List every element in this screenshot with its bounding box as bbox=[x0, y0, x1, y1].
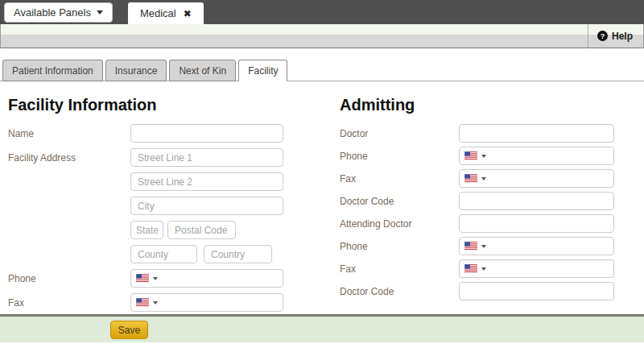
phone-label: Phone bbox=[340, 151, 459, 162]
main-content: Patient Information Insurance Next of Ki… bbox=[0, 48, 644, 314]
tab-patient-information[interactable]: Patient Information bbox=[2, 60, 103, 81]
tab-label: Next of Kin bbox=[179, 65, 226, 77]
panel-tab-medical[interactable]: Medical ✖ bbox=[128, 2, 204, 24]
form-row-attending-phone: Phone bbox=[340, 237, 617, 255]
panel-tab-label: Medical bbox=[140, 7, 176, 19]
tab-facility[interactable]: Facility bbox=[238, 60, 287, 81]
us-flag-icon bbox=[136, 274, 149, 283]
attending-phone-input[interactable] bbox=[459, 237, 614, 255]
admitting-section: Admitting Doctor Phone bbox=[340, 95, 617, 314]
form-row-admitting-phone: Phone bbox=[340, 147, 617, 165]
attending-fax-input[interactable] bbox=[459, 259, 614, 278]
doctor-label: Doctor bbox=[340, 128, 459, 139]
facility-name-input[interactable] bbox=[130, 124, 283, 143]
us-flag-icon bbox=[136, 298, 149, 307]
tab-label: Insurance bbox=[115, 65, 158, 77]
street-line-1-input[interactable] bbox=[130, 148, 283, 167]
admitting-fax-input[interactable] bbox=[459, 169, 614, 188]
country-selector[interactable] bbox=[464, 151, 486, 160]
country-selector[interactable] bbox=[464, 174, 486, 183]
form-row-attending-doctor-code: Doctor Code bbox=[340, 282, 617, 300]
street-line-2-input[interactable] bbox=[130, 172, 283, 191]
attending-doctor-label: Attending Doctor bbox=[340, 218, 459, 230]
country-selector[interactable] bbox=[136, 274, 158, 283]
city-input[interactable] bbox=[130, 197, 283, 215]
tab-insurance[interactable]: Insurance bbox=[105, 60, 167, 81]
top-bar: Available Panels Medical ✖ bbox=[0, 0, 644, 24]
facility-information-title: Facility Information bbox=[8, 95, 283, 114]
toolbar: ? Help bbox=[0, 24, 644, 48]
phone-label: Phone bbox=[8, 273, 130, 284]
form-row-street1: Facility Address bbox=[8, 148, 283, 167]
facility-fax-input[interactable] bbox=[130, 293, 283, 312]
facility-information-section: Facility Information Name Facility Addre… bbox=[8, 95, 283, 314]
facility-address-label: Facility Address bbox=[8, 152, 130, 164]
tab-label: Facility bbox=[248, 65, 278, 77]
available-panels-button[interactable]: Available Panels bbox=[4, 2, 113, 23]
help-button[interactable]: ? Help bbox=[588, 24, 643, 48]
chevron-down-icon bbox=[153, 277, 158, 280]
chevron-down-icon bbox=[481, 177, 486, 180]
doctor-code-input[interactable] bbox=[459, 192, 614, 210]
form-row-fax: Fax bbox=[8, 293, 283, 312]
form-row-street2 bbox=[8, 172, 283, 191]
bottom-strip bbox=[0, 342, 644, 348]
tab-next-of-kin[interactable]: Next of Kin bbox=[169, 60, 236, 81]
form-row-doctor: Doctor bbox=[340, 124, 617, 143]
chevron-down-icon bbox=[481, 245, 486, 248]
footer-bar: Save bbox=[0, 314, 644, 342]
phone-label: Phone bbox=[340, 241, 459, 252]
us-flag-icon bbox=[464, 264, 477, 273]
help-label: Help bbox=[612, 31, 633, 42]
country-selector[interactable] bbox=[136, 298, 158, 307]
us-flag-icon bbox=[464, 151, 477, 160]
us-flag-icon bbox=[464, 174, 477, 183]
doctor-input[interactable] bbox=[459, 124, 614, 143]
save-button[interactable]: Save bbox=[110, 321, 148, 339]
close-icon[interactable]: ✖ bbox=[184, 8, 192, 19]
chevron-down-icon bbox=[97, 10, 103, 14]
chevron-down-icon bbox=[481, 155, 486, 158]
chevron-down-icon bbox=[481, 267, 486, 271]
form-row-name: Name bbox=[8, 124, 283, 143]
form-row-city bbox=[8, 197, 283, 215]
attending-doctor-input[interactable] bbox=[459, 214, 614, 233]
doctor-code-label: Doctor Code bbox=[340, 196, 459, 207]
country-selector[interactable] bbox=[464, 264, 486, 273]
form-row-admitting-fax: Fax bbox=[340, 169, 617, 188]
country-selector[interactable] bbox=[464, 242, 486, 251]
us-flag-icon bbox=[464, 242, 477, 251]
form-row-county-country bbox=[8, 245, 283, 263]
postal-code-input[interactable] bbox=[167, 221, 236, 239]
help-icon: ? bbox=[597, 31, 608, 41]
available-panels-label: Available Panels bbox=[14, 6, 91, 19]
fax-label: Fax bbox=[340, 173, 459, 184]
form-row-doctor-code: Doctor Code bbox=[340, 192, 617, 210]
form-row-phone: Phone bbox=[8, 269, 283, 288]
tab-label: Patient Information bbox=[12, 65, 93, 77]
county-input[interactable] bbox=[130, 245, 197, 263]
fax-label: Fax bbox=[340, 263, 459, 275]
admitting-title: Admitting bbox=[340, 95, 617, 114]
state-input[interactable] bbox=[130, 221, 163, 239]
facility-form: Facility Information Name Facility Addre… bbox=[0, 81, 644, 314]
facility-phone-input[interactable] bbox=[130, 269, 283, 288]
form-row-attending-fax: Fax bbox=[340, 259, 617, 278]
doctor-code-label: Doctor Code bbox=[340, 286, 459, 297]
attending-doctor-code-input[interactable] bbox=[459, 282, 614, 300]
name-label: Name bbox=[8, 128, 130, 139]
form-row-attending-doctor: Attending Doctor bbox=[340, 214, 617, 233]
chevron-down-icon bbox=[153, 301, 158, 304]
form-row-state-postal bbox=[8, 221, 283, 239]
tab-bar: Patient Information Insurance Next of Ki… bbox=[0, 48, 644, 81]
country-input[interactable] bbox=[204, 245, 272, 263]
fax-label: Fax bbox=[8, 297, 130, 309]
app-window: Available Panels Medical ✖ ? Help Patien… bbox=[0, 0, 644, 348]
admitting-phone-input[interactable] bbox=[459, 147, 614, 165]
